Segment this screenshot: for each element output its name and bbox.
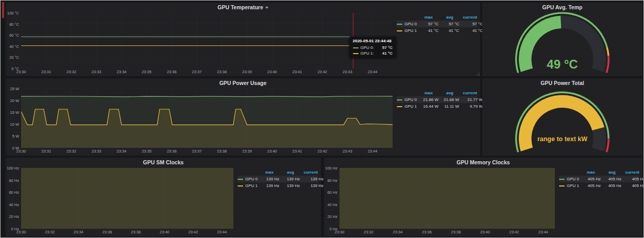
legend-value: 11.11 W [438, 104, 459, 109]
series-color-swatch-icon [397, 24, 402, 25]
series-color-swatch-icon [238, 185, 243, 186]
y-tick-label: 100 °C [7, 11, 19, 15]
x-tick-label: 23:30 [16, 149, 26, 154]
legend-row[interactable]: GPU 0139 Hz139 Hz139 Hz [238, 176, 318, 182]
legend-row[interactable]: GPU 1405 Hz405 Hz405 Hz [559, 182, 639, 189]
legend-value: 139 Hz [279, 183, 300, 188]
series-color-swatch-icon [559, 185, 565, 186]
x-axis: 23:3023:3123:3223:3323:3423:3523:3623:37… [21, 148, 393, 155]
legend-column-header: max [252, 170, 274, 175]
x-tick-label: 23:35 [142, 149, 151, 154]
legend-column-header: avg [433, 15, 453, 20]
series-color-swatch-icon [238, 179, 243, 180]
x-tick-label: 23:42 [317, 70, 327, 74]
legend-header-row: maxavgcurrent [397, 14, 477, 21]
panel-gpu-memory-clocks: GPU Memory Clocks 0 Hz20 Hz40 Hz60 Hz80 … [324, 158, 642, 236]
y-tick-label: 100 Hz [7, 166, 19, 171]
y-tick-label: 60 °C [9, 33, 19, 38]
gpu-temperature-chart: 0 °C20 °C40 °C60 °C80 °C100 °C2020-05-01… [6, 12, 480, 76]
grafana-dashboard: GPU Temperature 0 °C20 °C40 °C60 °C80 °C… [0, 0, 644, 238]
legend-column-header: current [294, 170, 318, 175]
x-tick-label: 23:43 [343, 70, 352, 74]
legend-row[interactable]: GPU 057 °C57 °C57 °C [397, 21, 477, 27]
series-color-swatch-icon [353, 47, 359, 48]
gauge-value-text: 49 °C [547, 57, 578, 71]
y-tick-label: 60 Hz [327, 190, 337, 195]
legend-value: 57 °C [438, 22, 459, 26]
legend-value: 139 Hz [258, 177, 279, 181]
gpu-sm-clocks-chart: 0 Hz20 Hz40 Hz60 Hz80 Hz100 Hz23:3023:32… [6, 167, 321, 236]
panel-gpu-sm-clocks: GPU SM Clocks 0 Hz20 Hz40 Hz60 Hz80 Hz10… [6, 158, 321, 236]
legend-value: 405 Hz [579, 183, 601, 188]
gpu-power-total-gauge: range to text kW [482, 88, 642, 156]
x-tick-label: 23:42 [510, 230, 519, 234]
panel-header-gpu-sm-clocks[interactable]: GPU SM Clocks [6, 158, 321, 167]
panel-title: GPU SM Clocks [143, 159, 184, 165]
legend-value: 139 Hz [300, 177, 324, 181]
x-tick-label: 23:36 [422, 230, 432, 234]
gpu-power-usage-chart: 0 W5 W10 W15 W20 W25 W23:3023:3123:3223:… [6, 88, 480, 156]
y-tick-label: 20 W [10, 98, 19, 103]
y-axis: 0 °C20 °C40 °C60 °C80 °C100 °C [6, 13, 21, 75]
panel-header-gpu-avg-temp[interactable]: GPU Avg. Temp [482, 3, 642, 12]
legend-table: maxavgcurrentGPU 057 °C57 °C57 °CGPU 141… [393, 13, 478, 75]
x-tick-label: 23:33 [92, 149, 101, 154]
legend-column-header: avg [274, 170, 294, 175]
alert-indicator-icon [2, 2, 4, 18]
x-tick-label: 23:35 [142, 70, 151, 74]
legend-series-name: GPU 1 [397, 28, 417, 33]
legend-series-name: GPU 0 [397, 22, 417, 26]
x-tick-label: 23:38 [131, 230, 141, 234]
legend-series-name: GPU 0 [559, 177, 579, 181]
legend-row[interactable]: GPU 141 °C41 °C41 °C [397, 27, 477, 34]
legend-series-name: GPU 0 [238, 177, 258, 181]
y-tick-label: 20 Hz [9, 214, 19, 219]
x-tick-label: 23:30 [335, 230, 345, 234]
legend-value: 405 Hz [621, 177, 644, 181]
tooltip-series-row: GPU 1:41 °C [353, 50, 393, 56]
x-tick-label: 23:31 [41, 149, 51, 154]
legend-row[interactable]: GPU 1139 Hz139 Hz139 Hz [238, 182, 318, 189]
legend-value: 139 Hz [300, 183, 324, 188]
panel-header-gpu-memory-clocks[interactable]: GPU Memory Clocks [324, 158, 642, 167]
x-tick-label: 23:34 [74, 230, 83, 234]
legend-table: maxavgcurrentGPU 021.86 W21.68 W21.77 WG… [393, 89, 478, 155]
legend-column-header: avg [433, 91, 453, 95]
x-tick-label: 23:36 [167, 149, 177, 154]
tooltip-series-value: 57 °C [376, 45, 393, 50]
legend-row[interactable]: GPU 021.86 W21.68 W21.77 W [397, 96, 477, 103]
series-color-swatch-icon [397, 30, 402, 31]
series-color-swatch-icon [353, 53, 359, 54]
series-color-swatch-icon [397, 106, 402, 107]
y-tick-label: 40 °C [9, 44, 19, 48]
x-tick-label: 23:38 [217, 149, 227, 154]
tooltip-series-value: 41 °C [376, 51, 393, 56]
legend-row[interactable]: GPU 116.44 W11.11 W9.79 W [397, 103, 477, 110]
y-tick-label: 20 °C [9, 55, 19, 60]
legend-column-header: max [411, 15, 433, 20]
legend-value: 57 °C [459, 22, 483, 26]
y-tick-label: 80 Hz [327, 178, 337, 182]
legend-value: 139 Hz [279, 177, 300, 181]
x-tick-label: 23:44 [538, 230, 548, 234]
x-tick-label: 23:30 [16, 230, 26, 234]
legend-column-header: avg [595, 170, 616, 175]
x-tick-label: 23:32 [66, 149, 76, 154]
legend-row[interactable]: GPU 0405 Hz405 Hz405 Hz [559, 176, 639, 182]
panel-header-gpu-power-usage[interactable]: GPU Power Usage [6, 78, 480, 88]
legend-value: 405 Hz [621, 183, 644, 188]
y-tick-label: 80 Hz [9, 178, 19, 182]
legend-value: 405 Hz [601, 183, 621, 188]
panel-gpu-power-usage: GPU Power Usage 0 W5 W10 W15 W20 W25 W23… [6, 78, 480, 156]
legend-value: 405 Hz [601, 177, 621, 181]
x-tick-label: 23:44 [368, 70, 378, 74]
x-tick-label: 23:44 [217, 230, 227, 234]
y-tick-label: 100 Hz [325, 166, 337, 171]
x-tick-label: 23:32 [66, 70, 76, 74]
y-axis: 0 W5 W10 W15 W20 W25 W [6, 89, 21, 155]
panel-header-gpu-temperature[interactable]: GPU Temperature [6, 3, 480, 12]
x-tick-label: 23:33 [92, 70, 101, 74]
legend-series-name: GPU 0 [397, 97, 417, 102]
panel-header-gpu-power-total[interactable]: GPU Power Total [482, 78, 642, 88]
x-tick-label: 23:37 [192, 70, 202, 74]
